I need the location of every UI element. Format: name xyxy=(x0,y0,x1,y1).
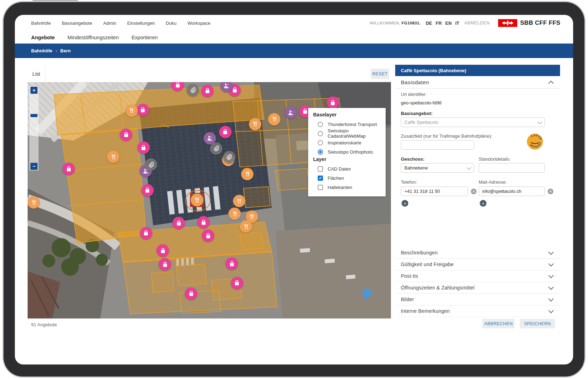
paperclip-icon xyxy=(213,145,220,152)
marker-shop[interactable] xyxy=(226,258,238,270)
marker-shop[interactable] xyxy=(140,227,152,239)
baselayer-option-inspirationskarte[interactable]: Inspirationskarte xyxy=(313,138,386,147)
basisangebot-input[interactable] xyxy=(401,117,545,127)
save-button[interactable]: SPEICHERN xyxy=(520,319,555,328)
accordion-bilder[interactable]: Bilder xyxy=(395,294,560,305)
marker-shop[interactable] xyxy=(141,184,154,196)
zoom-slider-handle[interactable] xyxy=(30,114,38,117)
layer-label: CAD Daten xyxy=(328,166,351,172)
marker-restaurant[interactable] xyxy=(249,118,261,130)
marker-clip[interactable] xyxy=(210,142,223,155)
marker-shop[interactable] xyxy=(185,287,197,300)
app-screen: BahnhöfeBasisangeboteAdminEinstellungenD… xyxy=(15,15,573,364)
marker-restaurant[interactable] xyxy=(28,196,40,209)
subnav-item-angebote[interactable]: Angebote xyxy=(31,35,55,40)
language-en[interactable]: EN xyxy=(445,21,452,26)
restaurant-icon xyxy=(128,107,135,114)
nav-item-doku[interactable]: Doku xyxy=(166,21,177,26)
marker-shop[interactable] xyxy=(137,104,149,116)
language-it[interactable]: IT xyxy=(455,21,460,26)
geschoss-input[interactable] xyxy=(401,163,474,173)
nav-item-workspace[interactable]: Workspace xyxy=(188,21,211,26)
marker-shop[interactable] xyxy=(63,163,75,175)
layer-option-cad-daten[interactable]: CAD Daten xyxy=(313,164,386,173)
marker-shop[interactable] xyxy=(197,216,210,229)
baselayer-option-swisstopo-orthophoto[interactable]: Swisstopo Orthophoto xyxy=(313,147,386,156)
tab-list[interactable]: List xyxy=(28,65,45,82)
marker-clip[interactable] xyxy=(145,159,157,171)
marker-restaurant[interactable] xyxy=(241,168,254,180)
accordion-label: Post-Its xyxy=(401,273,418,279)
layer-option-haltekanten[interactable]: Haltekanten xyxy=(313,183,386,192)
subnav-item-exportieren[interactable]: Exportieren xyxy=(132,35,158,40)
marker-shop[interactable] xyxy=(219,126,231,138)
marker-shop[interactable] xyxy=(120,128,132,141)
standortdetails-input[interactable] xyxy=(479,163,545,173)
cancel-button[interactable]: ABBRECHEN xyxy=(482,319,515,328)
marker-restaurant[interactable] xyxy=(240,220,252,233)
section-basisdaten[interactable]: Basisdaten xyxy=(395,76,560,88)
telefon-input[interactable] xyxy=(401,186,468,196)
baselayer-option-swisstopo-cadastralwebmap[interactable]: Swisstopo CadastralWebMap xyxy=(313,129,386,138)
breadcrumb-item-bahnh-fe[interactable]: Bahnhöfe xyxy=(31,48,52,53)
marker-shop[interactable] xyxy=(201,85,214,97)
accordion-post-its[interactable]: Post-Its xyxy=(395,270,560,282)
marker-shop[interactable] xyxy=(231,277,243,289)
language-de[interactable]: DE xyxy=(426,21,432,26)
restaurant-icon xyxy=(242,223,249,230)
clear-telefon-icon[interactable]: ✕ xyxy=(471,189,477,194)
nav-item-admin[interactable]: Admin xyxy=(103,21,116,26)
layer-option-fl-chen[interactable]: ✓Flächen xyxy=(313,173,386,183)
username: FG10831. xyxy=(402,21,421,25)
shopping-bag-icon xyxy=(175,219,182,226)
marker-shop[interactable] xyxy=(327,97,339,109)
nav-item-einstellungen[interactable]: Einstellungen xyxy=(127,21,155,26)
accordion-label: Bilder xyxy=(401,297,414,302)
marker-restaurant[interactable] xyxy=(229,208,241,220)
accordion-interne-bemerkungen[interactable]: Interne Bemerkungen xyxy=(395,305,560,317)
marker-shop[interactable] xyxy=(157,245,169,257)
marker-restaurant[interactable] xyxy=(107,151,120,163)
marker-shop[interactable] xyxy=(202,230,214,242)
basisangebot-label: Basisangebot: xyxy=(401,111,433,116)
subnav-item-mindest-ffnungszeiten[interactable]: Mindestöffnungszeiten xyxy=(68,35,119,40)
add-mail-icon[interactable]: + xyxy=(480,200,486,207)
checkbox-icon: ✓ xyxy=(318,176,323,181)
checkbox-icon xyxy=(318,185,323,190)
marker-clip[interactable] xyxy=(187,84,199,96)
accordion-beschreibungen[interactable]: Beschreibungen xyxy=(395,247,560,259)
logout-link[interactable]: ABMELDEN xyxy=(464,21,490,25)
reset-button[interactable]: RESET xyxy=(371,69,389,79)
nav-item-bahnh-fe[interactable]: Bahnhöfe xyxy=(31,21,51,26)
shopping-bag-icon xyxy=(204,232,212,239)
marker-restaurant[interactable] xyxy=(268,113,281,125)
marker-restaurant[interactable] xyxy=(233,195,245,207)
accordion-g-ltigkeit-und-freigabe[interactable]: Gültigkeit und Freigabe xyxy=(395,259,560,270)
chevron-up-icon xyxy=(548,80,554,86)
zusatzfeld-input[interactable] xyxy=(401,140,474,150)
zoom-out-button[interactable]: − xyxy=(30,163,38,170)
zoom-in-button[interactable]: + xyxy=(30,87,38,94)
breadcrumb: Bahnhöfe›Bern xyxy=(31,48,71,53)
language-fr[interactable]: FR xyxy=(436,21,442,26)
layer-options: CAD Daten✓FlächenHaltekanten xyxy=(313,164,386,192)
accordion-ffnungszeiten-zahlungsmittel[interactable]: Öffnungszeiten & Zahlungsmittel xyxy=(395,282,560,294)
clear-mail-icon[interactable]: ✕ xyxy=(548,189,553,194)
map[interactable]: + − Baselayer Thunderforest TransportSwi… xyxy=(28,82,391,318)
mail-label: Mail-Adresse: xyxy=(479,179,507,185)
standortdetails-label: Standortdetails: xyxy=(479,156,511,162)
geschoss-label: Geschoss: xyxy=(401,156,424,162)
marker-shop[interactable] xyxy=(159,258,171,271)
marker-restaurant[interactable] xyxy=(125,104,138,117)
marker-service[interactable] xyxy=(284,107,297,119)
mail-input[interactable] xyxy=(479,186,545,196)
baselayer-option-thunderforest-transport[interactable]: Thunderforest Transport xyxy=(313,120,386,129)
marker-shop[interactable] xyxy=(173,217,185,229)
nav-item-basisangebote[interactable]: Basisangebote xyxy=(62,21,92,26)
marker-clip[interactable] xyxy=(223,151,235,163)
marker-shop[interactable] xyxy=(137,142,150,154)
add-telefon-icon[interactable]: + xyxy=(402,200,408,207)
accordion-label: Beschreibungen xyxy=(401,250,438,255)
chevron-down-icon xyxy=(548,284,554,290)
breadcrumb-item-bern[interactable]: Bern xyxy=(60,48,71,53)
